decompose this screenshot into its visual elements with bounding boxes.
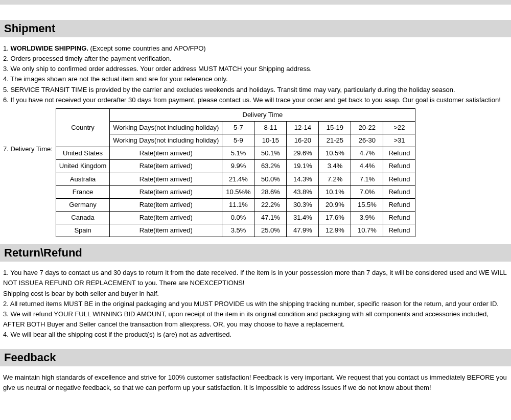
return-line-1: 1. You have 7 days to contact us and 30 … [3,268,508,288]
rate-val-6-1: 25.0% [254,224,287,237]
rate-val-6-0: 3.5% [222,224,254,237]
rate-label-1: Rate(item arrived) [110,160,222,173]
rate-val-0-2: 29.6% [287,147,319,160]
rate-val-3-3: 10.1% [319,185,351,198]
shipment-heading: Shipment [4,22,507,35]
working-days-label-2: Working Days(not including holiday) [110,134,222,147]
wd1-col-4: 20-22 [351,121,383,134]
delivery-country-0: United States [56,147,110,160]
delivery-country-5: Canada [56,211,110,224]
wd2-col-4: 26-30 [351,134,383,147]
rate-val-2-4: 7.1% [351,173,383,185]
wd2-col-2: 16-20 [287,134,319,147]
delivery-country-1: United Kingdom [56,160,110,173]
delivery-time-header: Delivery Time [110,108,415,121]
shipment-line-6: 6. If you have not received your orderaf… [3,95,508,105]
wd2-col-0: 5-9 [222,134,254,147]
rate-val-3-4: 7.0% [351,185,383,198]
rate-val-1-5: Refund [383,160,415,173]
rate-val-5-5: Refund [383,211,415,224]
working-days-label-1: Working Days(not including holiday) [110,121,222,134]
shipment-heading-bar: Shipment [0,20,511,37]
delivery-country-2: Australia [56,173,110,185]
rate-val-1-1: 63.2% [254,160,287,173]
rate-val-4-1: 22.2% [254,198,287,211]
rate-val-6-4: 10.7% [351,224,383,237]
rate-val-5-0: 0.0% [222,211,254,224]
shipment-line-1-suffix: (Except some countries and APO/FPO) [88,44,206,52]
wd1-col-3: 15-19 [319,121,351,134]
rate-val-5-4: 3.9% [351,211,383,224]
rate-val-5-2: 31.4% [287,211,319,224]
feedback-heading: Feedback [4,351,507,364]
rate-val-3-1: 28.6% [254,185,287,198]
rate-val-3-5: Refund [383,185,415,198]
return-content: 1. You have 7 days to contact us and 30 … [0,268,511,349]
rate-val-0-1: 50.1% [254,147,287,160]
wd2-col-5: >31 [383,134,415,147]
rate-val-5-1: 47.1% [254,211,287,224]
delivery-time-row: 7. Delivery Time: CountryDelivery TimeWo… [3,108,508,237]
shipment-line-1-prefix: 1. [3,44,10,52]
shipment-line-1-bold: WORLDWIDE SHIPPING. [10,44,88,52]
rate-val-4-0: 11.1% [222,198,254,211]
rate-label-6: Rate(item arrived) [110,224,222,237]
return-line-2: 2. All returned items MUST BE in the ori… [3,299,508,309]
rate-val-2-5: Refund [383,173,415,185]
rate-label-5: Rate(item arrived) [110,211,222,224]
rate-val-5-3: 17.6% [319,211,351,224]
return-line-4: 4. We will bear all the shipping cost if… [3,330,508,340]
rate-val-4-5: Refund [383,198,415,211]
delivery-country-6: Spain [56,224,110,237]
rate-val-6-2: 47.9% [287,224,319,237]
rate-val-2-2: 14.3% [287,173,319,185]
rate-val-6-5: Refund [383,224,415,237]
delivery-time-label: 7. Delivery Time: [3,108,56,154]
wd1-col-5: >22 [383,121,415,134]
return-line-3: 3. We will refund YOUR FULL WINNING BID … [3,309,508,330]
rate-val-0-3: 10.5% [319,147,351,160]
feedback-content: We maintain high standards of excellence… [0,372,511,402]
wd2-col-3: 21-25 [319,134,351,147]
shipment-line-1: 1. WORLDWIDE SHIPPING. (Except some coun… [3,43,508,54]
wd1-col-1: 8-11 [254,121,287,134]
rate-val-0-5: Refund [383,147,415,160]
delivery-country-header: Country [56,108,110,147]
delivery-country-3: France [56,185,110,198]
return-heading-bar: Return\Refund [0,244,511,262]
rate-val-4-2: 30.3% [287,198,319,211]
rate-val-1-0: 9.9% [222,160,254,173]
wd2-col-1: 10-15 [254,134,287,147]
rate-val-3-0: 10.5%% [222,185,254,198]
rate-label-4: Rate(item arrived) [110,198,222,211]
rate-label-3: Rate(item arrived) [110,185,222,198]
wd1-col-0: 5-7 [222,121,254,134]
shipment-line-4: 4. The images shown are not the actual i… [3,74,508,84]
rate-val-4-3: 20.9% [319,198,351,211]
rate-val-2-3: 7.2% [319,173,351,185]
rate-val-1-4: 4.4% [351,160,383,173]
rate-val-1-2: 19.1% [287,160,319,173]
rate-val-3-2: 43.8% [287,185,319,198]
shipment-line-2: 2. Orders processed timely after the pay… [3,54,508,64]
rate-val-6-3: 12.9% [319,224,351,237]
rate-val-0-4: 4.7% [351,147,383,160]
rate-val-2-0: 21.4% [222,173,254,185]
delivery-country-4: Germany [56,198,110,211]
rate-label-2: Rate(item arrived) [110,173,222,185]
rate-val-1-3: 3.4% [319,160,351,173]
return-line-1b: Shipping cost is bear by both seller and… [3,289,508,299]
feedback-line-1: We maintain high standards of excellence… [3,372,508,393]
rate-label-0: Rate(item arrived) [110,147,222,160]
return-heading: Return\Refund [4,246,507,260]
top-bar [0,0,511,5]
wd1-col-2: 12-14 [287,121,319,134]
feedback-heading-bar: Feedback [0,349,511,366]
rate-val-2-1: 50.0% [254,173,287,185]
shipment-line-3: 3. We only ship to confirmed order addre… [3,64,508,74]
shipment-line-5: 5. SERVICE TRANSIT TIME is provided by t… [3,85,508,95]
rate-val-0-0: 5.1% [222,147,254,160]
shipment-content: 1. WORLDWIDE SHIPPING. (Except some coun… [0,43,511,244]
delivery-table: CountryDelivery TimeWorking Days(not inc… [56,108,416,237]
rate-val-4-4: 15.5% [351,198,383,211]
